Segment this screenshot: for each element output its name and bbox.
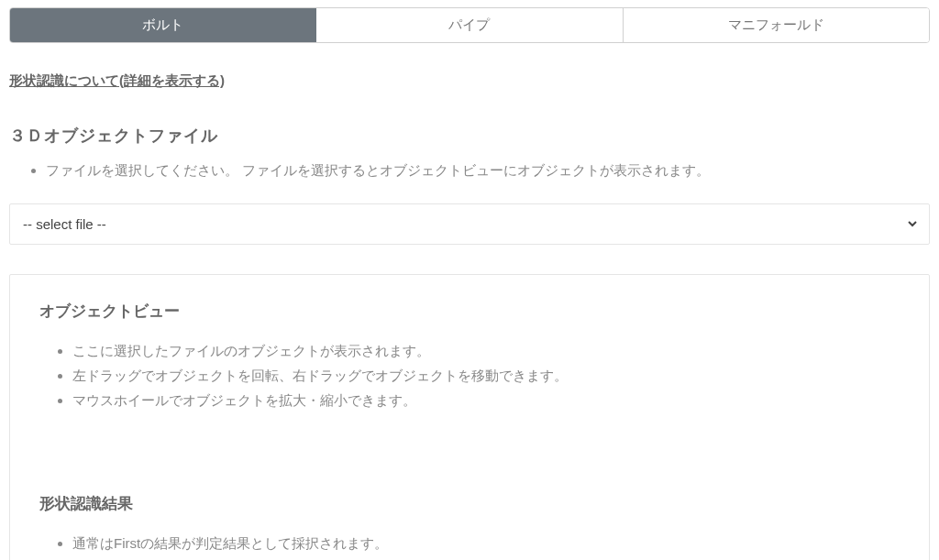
file-select[interactable]: -- select file --: [19, 214, 920, 235]
about-link-row: 形状認識について(詳細を表示する): [9, 72, 930, 90]
file-select-container: -- select file --: [9, 203, 930, 245]
about-shape-recognition-link[interactable]: 形状認識について(詳細を表示する): [9, 72, 225, 88]
tab-bolt[interactable]: ボルト: [10, 8, 316, 42]
object-view-instruction-3: マウスホイールでオブジェクトを拡大・縮小できます。: [72, 388, 900, 412]
result-heading: 形状認識結果: [39, 493, 900, 514]
file-section-instruction-item: ファイルを選択してください。 ファイルを選択するとオブジェクトビューにオブジェク…: [46, 159, 930, 181]
category-tabs: ボルト パイプ マニフォールド: [9, 7, 930, 43]
file-section-heading: ３Ｄオブジェクトファイル: [9, 125, 930, 147]
result-instruction-item: 通常はFirstの結果が判定結果として採択されます。: [72, 531, 900, 555]
file-section-instructions: ファイルを選択してください。 ファイルを選択するとオブジェクトビューにオブジェク…: [9, 159, 930, 181]
object-view-heading: オブジェクトビュー: [39, 301, 900, 322]
object-view-instruction-2: 左ドラッグでオブジェクトを回転、右ドラッグでオブジェクトを移動できます。: [72, 363, 900, 388]
tab-pipe[interactable]: パイプ: [316, 8, 623, 42]
object-view-instructions: ここに選択したファイルのオブジェクトが表示されます。 左ドラッグでオブジェクトを…: [39, 338, 900, 412]
tab-manifold[interactable]: マニフォールド: [624, 8, 929, 42]
result-instructions: 通常はFirstの結果が判定結果として採択されます。: [39, 531, 900, 555]
object-view-instruction-1: ここに選択したファイルのオブジェクトが表示されます。: [72, 338, 900, 363]
object-view-block: オブジェクトビュー ここに選択したファイルのオブジェクトが表示されます。 左ドラ…: [9, 274, 930, 560]
